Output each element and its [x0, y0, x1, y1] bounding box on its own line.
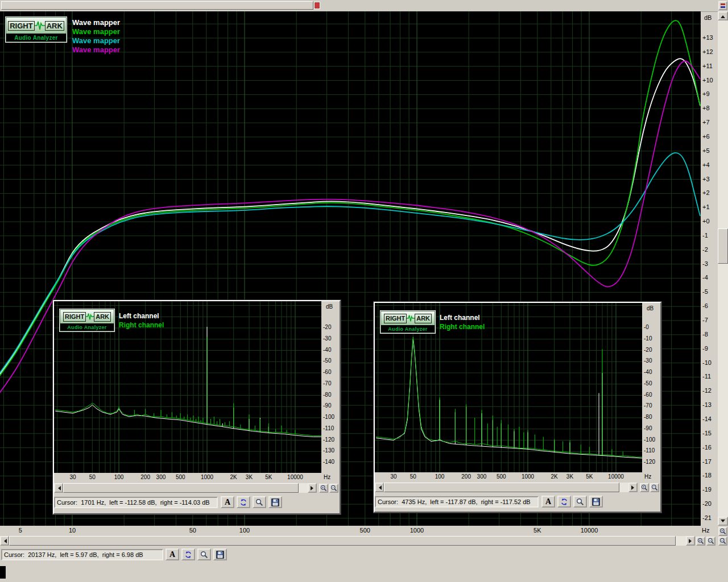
- legend-item: Wave mapper: [72, 36, 120, 45]
- floppy-save-icon: [592, 498, 600, 506]
- y-tick-label: -6: [702, 302, 708, 309]
- y-axis-unit: dB: [326, 304, 333, 310]
- y-tick-label: -1: [702, 232, 708, 239]
- magnifier-plus-icon: [320, 484, 327, 492]
- splitter-handle[interactable]: [314, 2, 320, 9]
- main-h-scrollbar[interactable]: [0, 536, 695, 546]
- y-tick-label: -5: [702, 288, 708, 295]
- scrollbar-thumb[interactable]: [384, 483, 619, 492]
- zoom-out-button[interactable]: [329, 484, 338, 493]
- spectrum-window-right[interactable]: RIGHT ARK Audio Analyzer Left channelRig…: [374, 302, 661, 513]
- legend-item: Wave mapper: [72, 18, 120, 27]
- legend-item: Right channel: [440, 322, 485, 331]
- scroll-left-button[interactable]: [0, 536, 9, 546]
- scroll-down-button[interactable]: [718, 517, 728, 526]
- font-a-icon: A: [225, 498, 230, 507]
- main-font-button[interactable]: A: [166, 548, 179, 560]
- window-corner-button[interactable]: [718, 1, 727, 10]
- save-button[interactable]: [268, 496, 282, 508]
- scroll-right-button[interactable]: [628, 483, 638, 492]
- y-tick-label: -110: [323, 425, 334, 431]
- main-zoom-button[interactable]: [197, 548, 211, 560]
- logo-subtitle: Audio Analyzer: [6, 34, 67, 42]
- x-tick-label: 5: [9, 527, 32, 534]
- spectrum-plot-left[interactable]: RIGHT ARK Audio Analyzer Left channelRig…: [54, 301, 321, 473]
- y-tick-label: -17: [702, 458, 712, 465]
- logo-text-ark: ARK: [45, 21, 64, 31]
- floppy-save-icon: [271, 498, 279, 506]
- zoom-button[interactable]: [573, 496, 587, 508]
- refresh-button[interactable]: [237, 496, 250, 508]
- magnifier-minus-icon: [708, 537, 714, 545]
- spectrum-h-scrollbar[interactable]: [54, 483, 317, 493]
- refresh-button[interactable]: [557, 496, 571, 508]
- font-a-icon: A: [169, 550, 175, 559]
- y-tick-label: +10: [702, 77, 713, 84]
- refresh-icon: [239, 498, 247, 506]
- zoom-out-y-button[interactable]: [718, 537, 727, 546]
- y-tick-label: -120: [644, 459, 655, 465]
- top-scrollbar-thumb[interactable]: [1, 1, 313, 10]
- rmaa-logo-title: RIGHT ARK: [60, 309, 114, 323]
- magnifier-icon: [255, 498, 263, 506]
- y-tick-label: -19: [702, 486, 712, 493]
- magnifier-minus-icon: [651, 484, 658, 492]
- y-tick-label: -90: [323, 402, 331, 409]
- y-tick-label: -10: [644, 335, 652, 342]
- scroll-right-button[interactable]: [308, 483, 317, 493]
- zoom-in-button[interactable]: [319, 484, 328, 493]
- zoom-in-button[interactable]: [640, 483, 649, 492]
- font-button[interactable]: A: [221, 496, 234, 508]
- y-tick-label: -14: [702, 415, 712, 422]
- arrow-right-icon: [311, 486, 316, 490]
- spectrum-h-scrollbar[interactable]: [375, 483, 638, 492]
- spectrum-window-left[interactable]: RIGHT ARK Audio Analyzer Left channelRig…: [53, 300, 341, 514]
- cursor-readout: Cursor: 1701 Hz, left = -112.58 dB, righ…: [54, 497, 218, 508]
- save-button[interactable]: [589, 496, 603, 508]
- y-tick-label: -30: [644, 357, 652, 364]
- waveform-icon: [86, 313, 94, 321]
- main-h-scrollbar-thumb[interactable]: [9, 536, 676, 546]
- x-tick-label: 500: [490, 473, 512, 480]
- channel-legend: Left channelRight channel: [119, 311, 164, 330]
- main-v-scrollbar-thumb[interactable]: [718, 228, 728, 264]
- x-tick-label: 1000: [406, 527, 428, 534]
- scroll-right-button[interactable]: [686, 536, 695, 546]
- arrow-down-icon: [721, 519, 725, 525]
- rmaa-logo: RIGHT ARK Audio Analyzer: [6, 17, 67, 42]
- scroll-left-button[interactable]: [54, 483, 63, 493]
- zoom-button[interactable]: [253, 496, 266, 508]
- main-v-scrollbar[interactable]: [718, 11, 728, 526]
- x-tick-label: 100: [428, 473, 451, 480]
- x-tick-label: 50: [402, 473, 424, 480]
- y-tick-label: -110: [644, 447, 655, 454]
- main-cursor-readout: Cursor: 20137 Hz, left = 5.97 dB, right …: [1, 549, 163, 560]
- spectrum-plot-right[interactable]: RIGHT ARK Audio Analyzer Left channelRig…: [375, 303, 642, 472]
- spectrum-y-axis: dB -20-30-40-50-60-70-80-90-100-110-120-…: [321, 301, 338, 473]
- magnifier-plus-icon: [641, 484, 648, 492]
- zoom-out-x-button[interactable]: [706, 537, 715, 546]
- zoom-in-y-button[interactable]: [718, 527, 727, 536]
- taskbar-fragment: [0, 566, 6, 579]
- font-a-icon: A: [545, 497, 551, 506]
- magnifier-minus-icon: [330, 484, 337, 492]
- y-tick-label: -8: [702, 331, 708, 338]
- arrow-right-icon: [689, 539, 694, 543]
- legend-item: Left channel: [119, 311, 164, 321]
- scroll-left-button[interactable]: [375, 483, 384, 492]
- spectrum-x-axis: 305010020030050010002K3K5K10000: [375, 472, 642, 481]
- font-button[interactable]: A: [541, 496, 555, 508]
- y-tick-label: +6: [702, 133, 710, 140]
- scrollbar-thumb[interactable]: [63, 483, 299, 493]
- main-refresh-button[interactable]: [181, 548, 195, 560]
- y-tick-label: -15: [702, 430, 712, 436]
- zoom-in-x-button[interactable]: [696, 537, 705, 546]
- y-tick-label: -3: [702, 260, 708, 267]
- top-scrollbar[interactable]: [0, 0, 718, 12]
- scroll-up-button[interactable]: [718, 11, 728, 20]
- zoom-out-button[interactable]: [650, 483, 659, 492]
- main-save-button[interactable]: [213, 548, 227, 560]
- y-tick-label: -0: [644, 324, 649, 330]
- x-tick-label: 500: [169, 474, 192, 480]
- y-tick-label: +5: [702, 147, 710, 154]
